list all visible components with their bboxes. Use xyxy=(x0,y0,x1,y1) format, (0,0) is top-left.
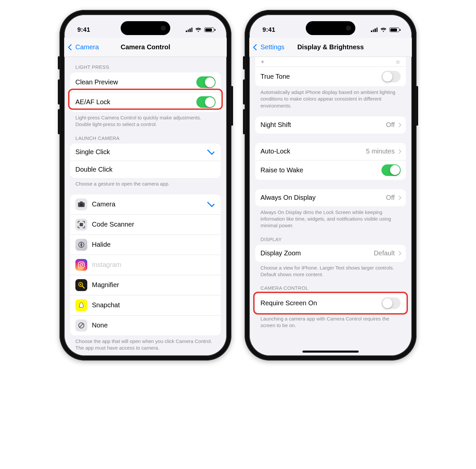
section-footer-launch-camera: Choose a gesture to open the camera app. xyxy=(70,178,221,187)
row-app-code-scanner[interactable]: Code Scanner xyxy=(70,214,221,234)
dynamic-island xyxy=(121,21,170,35)
row-app-instagram[interactable]: Instagram xyxy=(70,255,221,275)
content-right[interactable]: ☀︎ ☼ True Tone Automatically adapt iPhon… xyxy=(249,57,412,356)
cellular-icon xyxy=(186,27,192,32)
magnifier-icon xyxy=(75,279,87,291)
section-footer-apps: Choose the app that will open when you c… xyxy=(70,335,221,356)
row-label: Halide xyxy=(92,241,216,248)
row-label: Display Zoom xyxy=(260,249,374,257)
row-app-halide[interactable]: Halide xyxy=(70,234,221,255)
row-app-camera[interactable]: Camera xyxy=(70,194,221,214)
section-header-display: DISPLAY xyxy=(255,229,406,245)
row-label: Double Click xyxy=(75,166,216,173)
toggle-raise-to-wake[interactable] xyxy=(381,164,401,176)
sun-small-icon: ☀︎ xyxy=(260,59,265,64)
toggle-true-tone[interactable] xyxy=(381,71,401,82)
section-footer-light-press: Light-press Camera Control to quickly ma… xyxy=(70,112,221,128)
screen-right: 9:41 Settings Display & Brightness ☀︎ xyxy=(249,15,412,356)
home-indicator[interactable] xyxy=(302,351,359,353)
group-night-shift: Night Shift Off xyxy=(255,116,406,134)
back-label: Camera xyxy=(75,43,99,51)
volume-up-button xyxy=(58,79,60,105)
volume-up-button xyxy=(243,79,245,105)
group-launch-camera: Single Click Double Click xyxy=(70,144,221,178)
row-label: None xyxy=(92,321,216,329)
camera-icon xyxy=(75,198,87,210)
row-true-tone[interactable]: True Tone xyxy=(255,66,406,86)
toggle-clean-preview[interactable] xyxy=(196,76,216,88)
status-time: 9:41 xyxy=(77,26,90,33)
back-button[interactable]: Camera xyxy=(69,38,99,57)
row-raise-to-wake[interactable]: Raise to Wake xyxy=(255,160,406,180)
status-time: 9:41 xyxy=(262,26,275,33)
wifi-icon xyxy=(195,27,202,32)
row-app-snapchat[interactable]: Snapchat xyxy=(70,295,221,315)
sun-big-icon: ☼ xyxy=(395,58,401,65)
row-single-click[interactable]: Single Click xyxy=(70,144,221,161)
row-value: Off xyxy=(386,194,395,201)
toggle-require-screen-on[interactable] xyxy=(381,297,401,309)
chevron-right-icon xyxy=(397,251,401,255)
group-display-zoom: Display Zoom Default xyxy=(255,245,406,262)
section-header-light-press: LIGHT PRESS xyxy=(70,57,221,72)
chevron-right-icon xyxy=(397,149,401,154)
row-label: True Tone xyxy=(260,73,381,80)
wifi-icon xyxy=(380,27,387,32)
qr-icon xyxy=(75,219,87,231)
chevron-right-icon xyxy=(397,195,401,200)
phone-right: 9:41 Settings Display & Brightness ☀︎ xyxy=(245,10,416,361)
row-auto-lock[interactable]: Auto-Lock 5 minutes xyxy=(255,143,406,160)
battery-icon xyxy=(389,27,399,32)
section-footer-aod: Always On Display dims the Lock Screen w… xyxy=(255,206,406,229)
svg-line-13 xyxy=(79,323,83,327)
back-label: Settings xyxy=(260,43,284,51)
silence-switch xyxy=(58,56,60,69)
group-light-press: Clean Preview AE/AF Lock xyxy=(70,72,221,112)
snapchat-icon xyxy=(75,299,87,311)
row-label: Single Click xyxy=(75,148,208,156)
row-label: Code Scanner xyxy=(92,221,216,228)
chevron-right-icon xyxy=(397,123,401,127)
nav-bar: Camera Camera Control xyxy=(64,38,227,57)
back-button[interactable]: Settings xyxy=(254,38,284,57)
instagram-icon xyxy=(75,259,87,271)
content-left[interactable]: LIGHT PRESS Clean Preview AE/AF Lock Lig… xyxy=(64,57,227,356)
row-value: 5 minutes xyxy=(366,148,395,155)
checkmark-icon xyxy=(207,147,215,155)
row-display-zoom[interactable]: Display Zoom Default xyxy=(255,245,406,262)
svg-point-7 xyxy=(83,263,84,264)
battery-icon xyxy=(204,27,214,32)
group-autolock: Auto-Lock 5 minutes Raise to Wake xyxy=(255,143,406,180)
row-app-none[interactable]: None xyxy=(70,315,221,335)
section-footer-truetone: Automatically adapt iPhone display based… xyxy=(255,86,406,109)
row-label: Auto-Lock xyxy=(260,148,366,155)
row-label: Snapchat xyxy=(92,301,216,309)
section-footer-camctrl: Launching a camera app with Camera Contr… xyxy=(255,313,406,337)
group-camera-control: Require Screen On xyxy=(255,293,406,313)
row-appearance-peek: ☀︎ ☼ xyxy=(255,57,406,66)
row-value: Default xyxy=(374,249,395,257)
row-label: Camera xyxy=(92,200,208,208)
section-footer-display: Choose a view for iPhone. Larger Text sh… xyxy=(255,262,406,278)
phone-left: 9:41 Camera Camera Control LIGHT PRESS C… xyxy=(60,10,231,361)
row-label: Raise to Wake xyxy=(260,166,381,174)
row-require-screen-on[interactable]: Require Screen On xyxy=(255,293,406,313)
chevron-left-icon xyxy=(253,44,259,51)
chevron-left-icon xyxy=(68,44,74,51)
side-button xyxy=(231,86,233,126)
row-app-magnifier[interactable]: Magnifier xyxy=(70,275,221,295)
row-night-shift[interactable]: Night Shift Off xyxy=(255,116,406,134)
row-always-on-display[interactable]: Always On Display Off xyxy=(255,189,406,206)
silence-switch xyxy=(243,56,245,69)
row-ae-af-lock[interactable]: AE/AF Lock xyxy=(70,92,221,112)
svg-rect-2 xyxy=(80,201,83,203)
toggle-ae-af-lock[interactable] xyxy=(196,96,216,108)
row-double-click[interactable]: Double Click xyxy=(70,161,221,178)
dynamic-island xyxy=(306,21,355,35)
row-label: Instagram xyxy=(92,261,216,269)
group-appearance-peek: ☀︎ ☼ True Tone xyxy=(255,57,406,86)
row-label: Clean Preview xyxy=(75,78,196,86)
cellular-icon xyxy=(371,27,377,32)
row-clean-preview[interactable]: Clean Preview xyxy=(70,72,221,92)
row-label: Always On Display xyxy=(260,194,386,201)
